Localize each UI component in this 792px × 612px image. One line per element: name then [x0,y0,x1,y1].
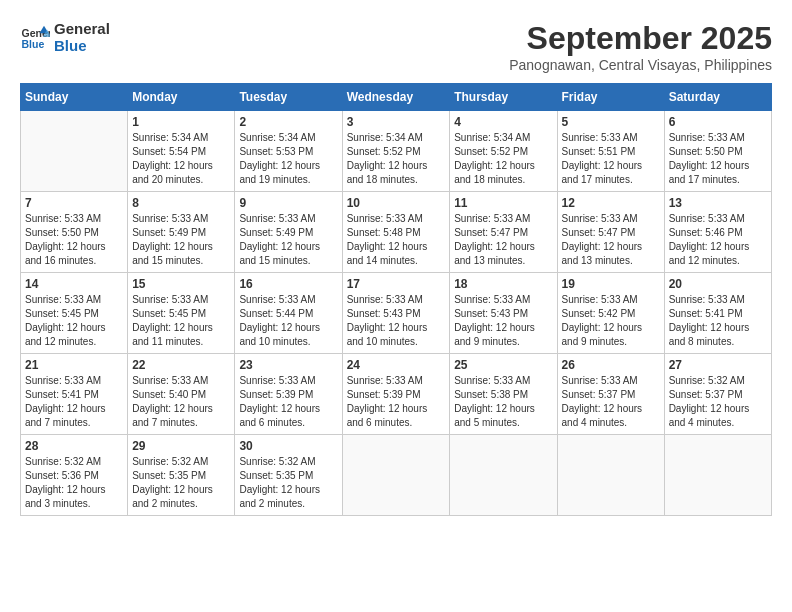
cell-content: Sunrise: 5:32 AM Sunset: 5:37 PM Dayligh… [669,374,767,430]
calendar-cell: 13Sunrise: 5:33 AM Sunset: 5:46 PM Dayli… [664,192,771,273]
day-header-monday: Monday [128,84,235,111]
header: General Blue General Blue September 2025… [20,20,772,73]
logo: General Blue General Blue [20,20,110,54]
calendar-cell: 17Sunrise: 5:33 AM Sunset: 5:43 PM Dayli… [342,273,450,354]
page-title: September 2025 [509,20,772,57]
cell-date: 4 [454,115,552,129]
day-header-friday: Friday [557,84,664,111]
calendar-cell [342,435,450,516]
cell-date: 28 [25,439,123,453]
day-header-wednesday: Wednesday [342,84,450,111]
cell-content: Sunrise: 5:33 AM Sunset: 5:47 PM Dayligh… [454,212,552,268]
calendar-cell: 12Sunrise: 5:33 AM Sunset: 5:47 PM Dayli… [557,192,664,273]
cell-date: 1 [132,115,230,129]
calendar-cell: 16Sunrise: 5:33 AM Sunset: 5:44 PM Dayli… [235,273,342,354]
calendar-cell: 24Sunrise: 5:33 AM Sunset: 5:39 PM Dayli… [342,354,450,435]
cell-date: 25 [454,358,552,372]
calendar-cell: 28Sunrise: 5:32 AM Sunset: 5:36 PM Dayli… [21,435,128,516]
calendar-table: SundayMondayTuesdayWednesdayThursdayFrid… [20,83,772,516]
cell-content: Sunrise: 5:33 AM Sunset: 5:48 PM Dayligh… [347,212,446,268]
cell-content: Sunrise: 5:33 AM Sunset: 5:47 PM Dayligh… [562,212,660,268]
day-header-thursday: Thursday [450,84,557,111]
calendar-cell: 11Sunrise: 5:33 AM Sunset: 5:47 PM Dayli… [450,192,557,273]
logo-text-general: General [54,20,110,37]
calendar-cell: 26Sunrise: 5:33 AM Sunset: 5:37 PM Dayli… [557,354,664,435]
day-header-saturday: Saturday [664,84,771,111]
cell-date: 7 [25,196,123,210]
cell-date: 9 [239,196,337,210]
cell-date: 21 [25,358,123,372]
title-section: September 2025 Panognawan, Central Visay… [509,20,772,73]
cell-content: Sunrise: 5:33 AM Sunset: 5:43 PM Dayligh… [347,293,446,349]
calendar-cell [450,435,557,516]
cell-date: 12 [562,196,660,210]
logo-text-blue: Blue [54,37,110,54]
cell-date: 24 [347,358,446,372]
cell-content: Sunrise: 5:33 AM Sunset: 5:45 PM Dayligh… [132,293,230,349]
cell-content: Sunrise: 5:32 AM Sunset: 5:35 PM Dayligh… [132,455,230,511]
cell-date: 11 [454,196,552,210]
cell-content: Sunrise: 5:34 AM Sunset: 5:54 PM Dayligh… [132,131,230,187]
cell-content: Sunrise: 5:33 AM Sunset: 5:41 PM Dayligh… [25,374,123,430]
calendar-week-row: 14Sunrise: 5:33 AM Sunset: 5:45 PM Dayli… [21,273,772,354]
cell-date: 20 [669,277,767,291]
calendar-week-row: 7Sunrise: 5:33 AM Sunset: 5:50 PM Daylig… [21,192,772,273]
cell-date: 29 [132,439,230,453]
calendar-cell [664,435,771,516]
cell-content: Sunrise: 5:33 AM Sunset: 5:40 PM Dayligh… [132,374,230,430]
cell-content: Sunrise: 5:34 AM Sunset: 5:53 PM Dayligh… [239,131,337,187]
calendar-cell: 27Sunrise: 5:32 AM Sunset: 5:37 PM Dayli… [664,354,771,435]
cell-content: Sunrise: 5:33 AM Sunset: 5:46 PM Dayligh… [669,212,767,268]
calendar-cell: 4Sunrise: 5:34 AM Sunset: 5:52 PM Daylig… [450,111,557,192]
cell-date: 26 [562,358,660,372]
calendar-cell [557,435,664,516]
cell-content: Sunrise: 5:33 AM Sunset: 5:38 PM Dayligh… [454,374,552,430]
cell-date: 30 [239,439,337,453]
cell-date: 27 [669,358,767,372]
page-subtitle: Panognawan, Central Visayas, Philippines [509,57,772,73]
cell-content: Sunrise: 5:33 AM Sunset: 5:50 PM Dayligh… [669,131,767,187]
cell-content: Sunrise: 5:33 AM Sunset: 5:51 PM Dayligh… [562,131,660,187]
calendar-cell: 18Sunrise: 5:33 AM Sunset: 5:43 PM Dayli… [450,273,557,354]
cell-content: Sunrise: 5:33 AM Sunset: 5:45 PM Dayligh… [25,293,123,349]
cell-content: Sunrise: 5:33 AM Sunset: 5:49 PM Dayligh… [239,212,337,268]
calendar-cell: 14Sunrise: 5:33 AM Sunset: 5:45 PM Dayli… [21,273,128,354]
calendar-cell: 2Sunrise: 5:34 AM Sunset: 5:53 PM Daylig… [235,111,342,192]
calendar-cell: 30Sunrise: 5:32 AM Sunset: 5:35 PM Dayli… [235,435,342,516]
calendar-cell: 8Sunrise: 5:33 AM Sunset: 5:49 PM Daylig… [128,192,235,273]
calendar-cell: 20Sunrise: 5:33 AM Sunset: 5:41 PM Dayli… [664,273,771,354]
cell-date: 8 [132,196,230,210]
cell-content: Sunrise: 5:33 AM Sunset: 5:44 PM Dayligh… [239,293,337,349]
cell-content: Sunrise: 5:32 AM Sunset: 5:35 PM Dayligh… [239,455,337,511]
cell-content: Sunrise: 5:33 AM Sunset: 5:42 PM Dayligh… [562,293,660,349]
logo-icon: General Blue [20,22,50,52]
calendar-cell: 21Sunrise: 5:33 AM Sunset: 5:41 PM Dayli… [21,354,128,435]
cell-date: 5 [562,115,660,129]
day-header-tuesday: Tuesday [235,84,342,111]
cell-content: Sunrise: 5:33 AM Sunset: 5:43 PM Dayligh… [454,293,552,349]
cell-date: 3 [347,115,446,129]
cell-content: Sunrise: 5:33 AM Sunset: 5:50 PM Dayligh… [25,212,123,268]
cell-date: 16 [239,277,337,291]
calendar-cell: 25Sunrise: 5:33 AM Sunset: 5:38 PM Dayli… [450,354,557,435]
cell-content: Sunrise: 5:33 AM Sunset: 5:39 PM Dayligh… [347,374,446,430]
cell-date: 6 [669,115,767,129]
calendar-cell: 19Sunrise: 5:33 AM Sunset: 5:42 PM Dayli… [557,273,664,354]
cell-content: Sunrise: 5:34 AM Sunset: 5:52 PM Dayligh… [454,131,552,187]
calendar-cell: 1Sunrise: 5:34 AM Sunset: 5:54 PM Daylig… [128,111,235,192]
cell-date: 17 [347,277,446,291]
cell-date: 19 [562,277,660,291]
cell-date: 23 [239,358,337,372]
cell-date: 14 [25,277,123,291]
cell-date: 22 [132,358,230,372]
cell-date: 15 [132,277,230,291]
calendar-cell: 15Sunrise: 5:33 AM Sunset: 5:45 PM Dayli… [128,273,235,354]
calendar-header-row: SundayMondayTuesdayWednesdayThursdayFrid… [21,84,772,111]
cell-date: 2 [239,115,337,129]
cell-content: Sunrise: 5:33 AM Sunset: 5:41 PM Dayligh… [669,293,767,349]
calendar-week-row: 1Sunrise: 5:34 AM Sunset: 5:54 PM Daylig… [21,111,772,192]
calendar-cell: 3Sunrise: 5:34 AM Sunset: 5:52 PM Daylig… [342,111,450,192]
cell-content: Sunrise: 5:33 AM Sunset: 5:37 PM Dayligh… [562,374,660,430]
calendar-cell: 23Sunrise: 5:33 AM Sunset: 5:39 PM Dayli… [235,354,342,435]
cell-date: 13 [669,196,767,210]
